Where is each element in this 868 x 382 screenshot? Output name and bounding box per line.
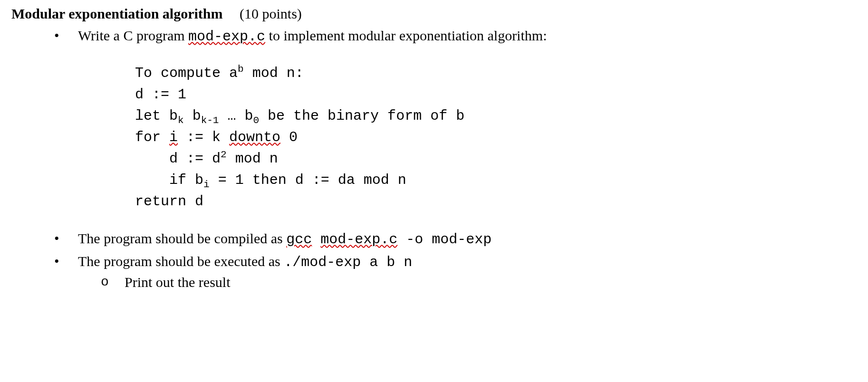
bullet-1-pre: Write a C program bbox=[78, 28, 188, 43]
algo-l6b: = 1 then d := da mod n bbox=[210, 172, 406, 188]
algo-l5-sup: 2 bbox=[221, 149, 227, 160]
sub-bullet-1: Print out the result bbox=[101, 272, 857, 292]
algo-l3b: b bbox=[184, 108, 201, 124]
algo-l3d: be the binary form of b bbox=[259, 108, 464, 124]
bullet-list: Write a C program mod-exp.c to implement… bbox=[11, 26, 857, 47]
sub-bullet-1-text: Print out the result bbox=[125, 274, 230, 290]
algo-l1a: To compute a bbox=[135, 65, 238, 81]
bullet-2-text: The program should be compiled as bbox=[78, 230, 286, 246]
bullet-1-code: mod-exp.c bbox=[188, 29, 265, 45]
bullet-2-modexpc: mod-exp.c bbox=[320, 231, 397, 248]
algo-l4-i: i bbox=[169, 129, 178, 145]
algo-l4a: for bbox=[135, 129, 169, 145]
bullet-3-cmd: ./mod-exp a b n bbox=[284, 254, 412, 270]
bullet-3-text: The program should be executed as bbox=[78, 253, 284, 269]
algo-l4c: 0 bbox=[280, 129, 298, 145]
algo-l4-downto: downto bbox=[229, 129, 280, 145]
algo-l3a: let b bbox=[135, 108, 178, 124]
bullet-2: The program should be compiled as gcc mo… bbox=[54, 229, 857, 249]
algo-l2: d := 1 bbox=[135, 86, 186, 103]
algo-l1-sup: b bbox=[238, 64, 244, 75]
heading-points: (10 points) bbox=[240, 6, 302, 21]
algo-l3-sub3: 0 bbox=[253, 115, 259, 126]
algo-l6a: if b bbox=[135, 172, 203, 188]
bullet-list-2: The program should be compiled as gcc mo… bbox=[11, 229, 857, 292]
bullet-1: Write a C program mod-exp.c to implement… bbox=[54, 26, 857, 47]
algo-l3-sub2: k-1 bbox=[201, 115, 219, 126]
algo-l3c: … b bbox=[219, 108, 253, 124]
algo-l5b: mod n bbox=[227, 151, 278, 167]
algo-l7: return d bbox=[135, 193, 203, 210]
heading-title: Modular exponentiation algorithm bbox=[11, 6, 222, 21]
algorithm-block: To compute ab mod n: d := 1 let bk bk-1 … bbox=[135, 63, 857, 212]
bullet-2-rest: -o mod-exp bbox=[397, 231, 492, 248]
algo-l4b: := k bbox=[178, 129, 229, 145]
algo-l1b: mod n: bbox=[244, 65, 304, 81]
bullet-2-gcc: gcc bbox=[286, 231, 312, 248]
bullet-2-sp bbox=[312, 231, 320, 248]
sub-bullet-list: Print out the result bbox=[78, 272, 857, 292]
bullet-1-post: to implement modular exponentiation algo… bbox=[265, 28, 547, 43]
algo-l5a: d := d bbox=[135, 151, 221, 167]
algo-l6-sub: i bbox=[203, 179, 210, 190]
heading-line: Modular exponentiation algorithm (10 poi… bbox=[11, 4, 857, 24]
bullet-3: The program should be executed as ./mod-… bbox=[54, 251, 857, 292]
algo-l3-sub1: k bbox=[178, 115, 184, 126]
